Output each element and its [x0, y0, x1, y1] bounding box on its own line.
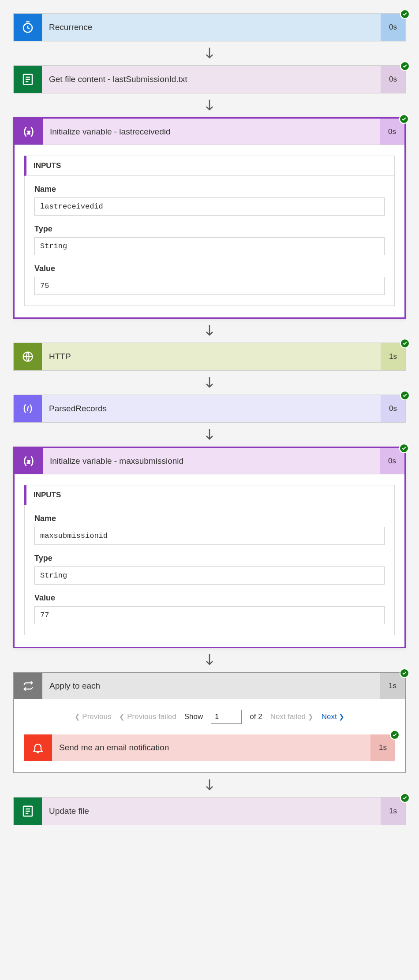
pager-page-input[interactable]: [211, 710, 242, 724]
inputs-header: INPUTS: [24, 156, 395, 176]
check-icon: [399, 443, 409, 453]
check-icon: [400, 61, 410, 71]
field-type-value: String: [34, 237, 385, 255]
arrow-down-icon: [13, 41, 406, 65]
field-name-value: maxsubmissionid: [34, 527, 385, 545]
step-title: Apply to each: [42, 673, 380, 699]
arrow-down-icon: [13, 319, 406, 343]
file-icon: [14, 797, 42, 825]
pager-of-label: of 2: [250, 712, 262, 721]
field-value-value: 75: [34, 277, 385, 295]
clock-icon: [14, 14, 42, 41]
svg-text:x: x: [27, 458, 30, 465]
step-get-file-content[interactable]: Get file content - lastSubmissionId.txt …: [13, 65, 406, 93]
check-icon: [400, 339, 410, 348]
pager-previous-failed[interactable]: ❮ Previous failed: [119, 712, 176, 721]
globe-icon: [14, 343, 42, 370]
arrow-down-icon: [13, 773, 406, 797]
step-send-email-notification[interactable]: Send me an email notification 1s: [24, 734, 395, 761]
step-recurrence[interactable]: Recurrence 0s: [13, 13, 406, 41]
svg-text:x: x: [27, 129, 30, 135]
arrow-down-icon: [13, 648, 406, 672]
field-type-label: Type: [34, 554, 385, 563]
field-type-value: String: [34, 566, 385, 585]
bell-icon: [24, 734, 52, 761]
check-icon: [399, 114, 409, 124]
step-title: ParsedRecords: [42, 395, 381, 422]
arrow-down-icon: [13, 93, 406, 117]
field-name-label: Name: [34, 514, 385, 523]
field-name-label: Name: [34, 185, 385, 194]
check-icon: [400, 668, 409, 678]
step-apply-to-each[interactable]: Apply to each 1s ❮ Previous ❮ Previous f…: [13, 672, 406, 773]
code-icon: [14, 395, 42, 422]
step-parsed-records[interactable]: ParsedRecords 0s: [13, 395, 406, 423]
field-value-label: Value: [34, 264, 385, 273]
check-icon: [390, 730, 400, 740]
step-http[interactable]: HTTP 1s: [13, 343, 406, 371]
file-icon: [14, 66, 42, 93]
pager-next[interactable]: Next ❯: [322, 712, 345, 721]
step-update-file[interactable]: Update file 1s: [13, 797, 406, 825]
step-initialize-variable-maxsubmissionid[interactable]: x Initialize variable - maxsubmissionid …: [13, 447, 406, 648]
loop-icon: [14, 673, 42, 699]
pager-previous[interactable]: ❮ Previous: [75, 712, 112, 721]
pager-show-label: Show: [184, 712, 203, 721]
step-title: Send me an email notification: [52, 734, 370, 761]
check-icon: [400, 391, 410, 400]
step-title: HTTP: [42, 343, 381, 370]
variable-icon: x: [15, 119, 43, 145]
field-name-value: lastreceivedid: [34, 197, 385, 216]
variable-icon: x: [15, 448, 43, 474]
field-type-label: Type: [34, 224, 385, 234]
check-icon: [400, 9, 410, 19]
step-title: Update file: [42, 797, 381, 825]
field-value-value: 77: [34, 606, 385, 624]
step-initialize-variable-lastreceivedid[interactable]: x Initialize variable - lastreceivedid 0…: [13, 117, 406, 319]
step-title: Recurrence: [42, 14, 381, 41]
check-icon: [400, 793, 410, 803]
arrow-down-icon: [13, 371, 406, 395]
field-value-label: Value: [34, 593, 385, 603]
pager-next-failed[interactable]: Next failed ❯: [270, 712, 314, 721]
arrow-down-icon: [13, 423, 406, 447]
inputs-header: INPUTS: [24, 485, 395, 505]
step-title: Get file content - lastSubmissionId.txt: [42, 66, 381, 93]
step-title: Initialize variable - maxsubmissionid: [43, 448, 380, 474]
step-title: Initialize variable - lastreceivedid: [43, 119, 380, 145]
pager: ❮ Previous ❮ Previous failed Show of 2 N…: [24, 710, 395, 724]
